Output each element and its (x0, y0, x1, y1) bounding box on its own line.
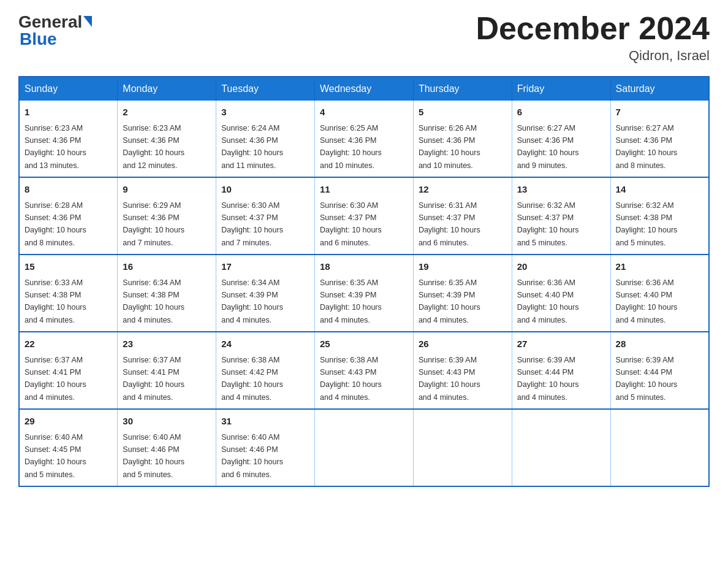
day-info: Sunrise: 6:23 AMSunset: 4:36 PMDaylight:… (123, 124, 184, 170)
day-info: Sunrise: 6:29 AMSunset: 4:36 PMDaylight:… (123, 201, 184, 247)
day-number: 13 (517, 183, 605, 197)
column-header-sunday: Sunday (19, 77, 118, 101)
week-row-1: 1 Sunrise: 6:23 AMSunset: 4:36 PMDayligh… (19, 101, 709, 177)
title-section: December 2024 Qidron, Israel (476, 12, 710, 64)
day-number: 26 (419, 337, 507, 351)
calendar-cell: 22 Sunrise: 6:37 AMSunset: 4:41 PMDaylig… (19, 332, 118, 409)
day-info: Sunrise: 6:33 AMSunset: 4:38 PMDaylight:… (25, 278, 86, 324)
logo: General Blue (18, 12, 92, 49)
week-row-5: 29 Sunrise: 6:40 AMSunset: 4:45 PMDaylig… (19, 409, 709, 486)
day-number: 18 (320, 260, 408, 274)
day-number: 28 (616, 337, 703, 351)
day-info: Sunrise: 6:34 AMSunset: 4:39 PMDaylight:… (221, 278, 283, 324)
day-number: 10 (221, 183, 309, 197)
day-info: Sunrise: 6:30 AMSunset: 4:37 PMDaylight:… (221, 201, 283, 247)
day-info: Sunrise: 6:30 AMSunset: 4:37 PMDaylight:… (320, 201, 382, 247)
day-info: Sunrise: 6:40 AMSunset: 4:46 PMDaylight:… (123, 433, 184, 479)
week-row-4: 22 Sunrise: 6:37 AMSunset: 4:41 PMDaylig… (19, 332, 709, 409)
calendar-cell: 19 Sunrise: 6:35 AMSunset: 4:39 PMDaylig… (413, 255, 512, 332)
day-number: 4 (320, 105, 408, 120)
logo-triangle-icon (83, 16, 92, 27)
month-title: December 2024 (476, 12, 710, 44)
calendar-cell: 13 Sunrise: 6:32 AMSunset: 4:37 PMDaylig… (512, 177, 610, 255)
calendar-cell: 23 Sunrise: 6:37 AMSunset: 4:41 PMDaylig… (118, 332, 216, 409)
day-info: Sunrise: 6:37 AMSunset: 4:41 PMDaylight:… (25, 356, 86, 402)
day-number: 22 (25, 337, 112, 351)
day-info: Sunrise: 6:32 AMSunset: 4:38 PMDaylight:… (616, 201, 678, 247)
column-header-wednesday: Wednesday (315, 77, 414, 101)
column-header-thursday: Thursday (413, 77, 512, 101)
page-header: General Blue December 2024 Qidron, Israe… (18, 12, 710, 64)
day-info: Sunrise: 6:25 AMSunset: 4:36 PMDaylight:… (320, 124, 382, 170)
day-info: Sunrise: 6:35 AMSunset: 4:39 PMDaylight:… (320, 278, 382, 324)
calendar-cell: 24 Sunrise: 6:38 AMSunset: 4:42 PMDaylig… (216, 332, 315, 409)
calendar-cell: 8 Sunrise: 6:28 AMSunset: 4:36 PMDayligh… (19, 177, 118, 255)
day-number: 29 (25, 415, 112, 429)
day-info: Sunrise: 6:24 AMSunset: 4:36 PMDaylight:… (221, 124, 283, 170)
day-info: Sunrise: 6:37 AMSunset: 4:41 PMDaylight:… (123, 356, 184, 402)
day-info: Sunrise: 6:39 AMSunset: 4:44 PMDaylight:… (517, 356, 579, 402)
calendar-cell: 21 Sunrise: 6:36 AMSunset: 4:40 PMDaylig… (610, 255, 709, 332)
day-info: Sunrise: 6:39 AMSunset: 4:44 PMDaylight:… (616, 356, 678, 402)
day-info: Sunrise: 6:38 AMSunset: 4:42 PMDaylight:… (221, 356, 283, 402)
day-info: Sunrise: 6:36 AMSunset: 4:40 PMDaylight:… (616, 278, 678, 324)
day-info: Sunrise: 6:32 AMSunset: 4:37 PMDaylight:… (517, 201, 579, 247)
calendar-header-row: SundayMondayTuesdayWednesdayThursdayFrid… (19, 77, 709, 101)
day-info: Sunrise: 6:35 AMSunset: 4:39 PMDaylight:… (419, 278, 480, 324)
calendar-table: SundayMondayTuesdayWednesdayThursdayFrid… (18, 76, 710, 487)
day-info: Sunrise: 6:28 AMSunset: 4:36 PMDaylight:… (25, 201, 86, 247)
day-number: 20 (517, 260, 605, 274)
day-number: 6 (517, 105, 605, 120)
calendar-cell (512, 409, 610, 486)
day-number: 31 (221, 415, 309, 429)
day-info: Sunrise: 6:27 AMSunset: 4:36 PMDaylight:… (517, 124, 579, 170)
calendar-cell: 1 Sunrise: 6:23 AMSunset: 4:36 PMDayligh… (19, 101, 118, 177)
day-number: 30 (123, 415, 211, 429)
calendar-cell: 15 Sunrise: 6:33 AMSunset: 4:38 PMDaylig… (19, 255, 118, 332)
day-number: 8 (25, 183, 112, 197)
column-header-saturday: Saturday (610, 77, 709, 101)
calendar-cell: 6 Sunrise: 6:27 AMSunset: 4:36 PMDayligh… (512, 101, 610, 177)
column-header-tuesday: Tuesday (216, 77, 315, 101)
calendar-cell: 28 Sunrise: 6:39 AMSunset: 4:44 PMDaylig… (610, 332, 709, 409)
column-header-friday: Friday (512, 77, 610, 101)
day-info: Sunrise: 6:34 AMSunset: 4:38 PMDaylight:… (123, 278, 184, 324)
calendar-cell: 17 Sunrise: 6:34 AMSunset: 4:39 PMDaylig… (216, 255, 315, 332)
location-label: Qidron, Israel (476, 48, 710, 64)
calendar-cell: 3 Sunrise: 6:24 AMSunset: 4:36 PMDayligh… (216, 101, 315, 177)
day-number: 3 (221, 105, 309, 120)
day-number: 25 (320, 337, 408, 351)
day-number: 19 (419, 260, 507, 274)
day-info: Sunrise: 6:39 AMSunset: 4:43 PMDaylight:… (419, 356, 480, 402)
calendar-cell: 10 Sunrise: 6:30 AMSunset: 4:37 PMDaylig… (216, 177, 315, 255)
calendar-cell: 25 Sunrise: 6:38 AMSunset: 4:43 PMDaylig… (315, 332, 414, 409)
day-number: 9 (123, 183, 211, 197)
calendar-cell: 2 Sunrise: 6:23 AMSunset: 4:36 PMDayligh… (118, 101, 216, 177)
day-number: 15 (25, 260, 112, 274)
day-number: 27 (517, 337, 605, 351)
day-number: 12 (419, 183, 507, 197)
day-number: 5 (419, 105, 507, 120)
day-number: 1 (25, 105, 112, 120)
calendar-cell: 30 Sunrise: 6:40 AMSunset: 4:46 PMDaylig… (118, 409, 216, 486)
calendar-cell: 29 Sunrise: 6:40 AMSunset: 4:45 PMDaylig… (19, 409, 118, 486)
calendar-cell: 27 Sunrise: 6:39 AMSunset: 4:44 PMDaylig… (512, 332, 610, 409)
week-row-3: 15 Sunrise: 6:33 AMSunset: 4:38 PMDaylig… (19, 255, 709, 332)
day-number: 24 (221, 337, 309, 351)
day-info: Sunrise: 6:31 AMSunset: 4:37 PMDaylight:… (419, 201, 480, 247)
calendar-cell: 4 Sunrise: 6:25 AMSunset: 4:36 PMDayligh… (315, 101, 414, 177)
day-number: 16 (123, 260, 211, 274)
day-number: 17 (221, 260, 309, 274)
day-number: 2 (123, 105, 211, 120)
logo-blue-text: Blue (18, 29, 92, 49)
day-info: Sunrise: 6:23 AMSunset: 4:36 PMDaylight:… (25, 124, 86, 170)
day-info: Sunrise: 6:40 AMSunset: 4:46 PMDaylight:… (221, 433, 283, 479)
calendar-cell: 31 Sunrise: 6:40 AMSunset: 4:46 PMDaylig… (216, 409, 315, 486)
calendar-cell: 9 Sunrise: 6:29 AMSunset: 4:36 PMDayligh… (118, 177, 216, 255)
calendar-cell: 26 Sunrise: 6:39 AMSunset: 4:43 PMDaylig… (413, 332, 512, 409)
calendar-cell: 12 Sunrise: 6:31 AMSunset: 4:37 PMDaylig… (413, 177, 512, 255)
calendar-cell: 18 Sunrise: 6:35 AMSunset: 4:39 PMDaylig… (315, 255, 414, 332)
calendar-cell: 5 Sunrise: 6:26 AMSunset: 4:36 PMDayligh… (413, 101, 512, 177)
day-number: 14 (616, 183, 703, 197)
day-number: 23 (123, 337, 211, 351)
